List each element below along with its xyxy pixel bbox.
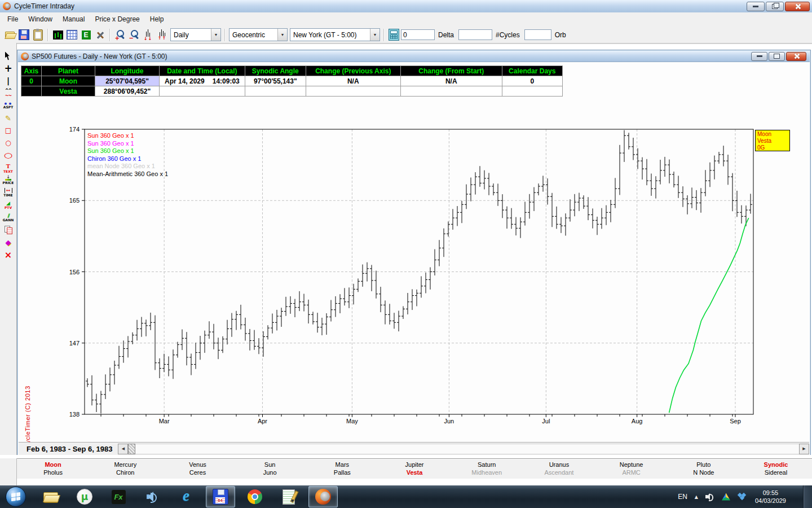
- planet-bottom-label[interactable]: Vesta: [378, 468, 451, 476]
- price-tool[interactable]: ↓ PRICE: [1, 174, 16, 186]
- chevron-down-icon[interactable]: ▼: [277, 29, 287, 41]
- synodic-cell[interactable]: [245, 86, 306, 97]
- calendar-days-cell[interactable]: [502, 86, 562, 97]
- tray-volume-icon[interactable]: [705, 493, 714, 501]
- ephemeris-button[interactable]: E: [79, 28, 93, 42]
- taskbar-notepad[interactable]: [275, 487, 303, 507]
- zoom-out-button[interactable]: −: [127, 28, 141, 42]
- planet-bottom-label[interactable]: ARMC: [595, 468, 668, 476]
- taskbar-explorer[interactable]: [37, 487, 65, 507]
- datetime-cell[interactable]: [160, 86, 245, 97]
- planet-bottom-label[interactable]: Sidereal: [740, 468, 812, 476]
- compress-bars-button[interactable]: ↓↓: [141, 28, 155, 42]
- planet-top-label[interactable]: Sun: [234, 461, 306, 468]
- planet-bottom-label[interactable]: N Node: [668, 468, 740, 476]
- planet-column[interactable]: MercuryChiron: [89, 459, 161, 479]
- taskbar-volume-app[interactable]: [138, 487, 166, 507]
- planet-column[interactable]: PlutoN Node: [668, 459, 740, 479]
- planet-top-label[interactable]: Moon: [17, 461, 89, 468]
- tray-expand-icon[interactable]: ▲: [695, 494, 698, 500]
- copy-tool[interactable]: [1, 224, 16, 236]
- menu-manual[interactable]: Manual: [58, 12, 90, 27]
- crosshair-tool[interactable]: +: [1, 62, 16, 75]
- tools-button[interactable]: [93, 28, 107, 42]
- app-icon[interactable]: [3, 2, 11, 10]
- taskbar-internet-explorer[interactable]: e: [172, 487, 200, 507]
- planet-bottom-label[interactable]: Ceres: [161, 468, 233, 476]
- scroll-left-button[interactable]: ◀: [118, 444, 128, 454]
- expand-bars-button[interactable]: ↑↑: [155, 28, 169, 42]
- taskbar-utorrent[interactable]: µ: [70, 487, 99, 507]
- circle-tool[interactable]: ○: [1, 137, 16, 149]
- change-start-cell[interactable]: N/A: [400, 76, 502, 86]
- menu-help[interactable]: Help: [145, 12, 169, 27]
- calendar-days-cell[interactable]: 0: [502, 76, 562, 86]
- axis-cell[interactable]: [21, 86, 42, 97]
- text-tool[interactable]: T TEXT: [1, 161, 16, 174]
- dropbox-icon[interactable]: [738, 493, 747, 501]
- longitude-cell-selected[interactable]: 25°07'04,595": [95, 76, 160, 86]
- planet-bottom-label[interactable]: Midheaven: [451, 468, 523, 476]
- scrollbar-thumb[interactable]: [128, 444, 135, 454]
- delta-input[interactable]: [401, 29, 435, 40]
- wave-tool[interactable]: ^^ ~~: [1, 87, 16, 99]
- planet-column[interactable]: JupiterVesta: [378, 459, 451, 479]
- cycles-input[interactable]: [458, 29, 492, 40]
- aspect-tool[interactable]: ● ● ASPT: [1, 99, 16, 112]
- planet-top-label[interactable]: Synodic: [740, 461, 812, 468]
- planet-bottom-label[interactable]: Pholus: [17, 468, 89, 476]
- planet-top-label[interactable]: Jupiter: [378, 461, 451, 468]
- chevron-down-icon[interactable]: ▼: [370, 29, 379, 41]
- axis-cell[interactable]: 0: [21, 76, 42, 86]
- chart-view-button[interactable]: [51, 28, 65, 42]
- menu-price-x-degree[interactable]: Price x Degree: [90, 12, 144, 27]
- planet-column[interactable]: SynodicSidereal: [740, 459, 812, 479]
- change-prev-cell[interactable]: N/A: [306, 76, 400, 86]
- scrollbar-track[interactable]: [135, 444, 799, 454]
- chart-minimize-button[interactable]: [751, 52, 767, 61]
- planet-top-label[interactable]: Mars: [306, 461, 378, 468]
- orb-input[interactable]: [524, 29, 551, 40]
- change-start-cell[interactable]: [400, 86, 502, 97]
- calculator-button[interactable]: [387, 28, 401, 42]
- planet-top-label[interactable]: Uranus: [523, 461, 595, 468]
- planet-column[interactable]: NeptuneARMC: [595, 459, 668, 479]
- chart-close-button[interactable]: [786, 52, 806, 61]
- planet-column[interactable]: MoonPholus: [17, 459, 89, 479]
- planet-bottom-label[interactable]: Chiron: [89, 468, 161, 476]
- planet-cell[interactable]: Moon: [42, 76, 95, 86]
- planet-column[interactable]: SunJuno: [234, 459, 306, 479]
- taskbar-clock[interactable]: 09:55 04/03/2029: [755, 485, 786, 508]
- delete-tool[interactable]: ×: [1, 248, 16, 261]
- planet-column[interactable]: VenusCeres: [161, 459, 233, 479]
- planet-top-label[interactable]: Saturn: [451, 461, 523, 468]
- chart-maximize-button[interactable]: [769, 52, 785, 61]
- show-desktop-button[interactable]: [803, 485, 812, 508]
- ephemeris-book-tool[interactable]: ◆: [1, 236, 16, 248]
- zoom-in-button[interactable]: +: [113, 28, 127, 42]
- planet-column[interactable]: SaturnMidheaven: [451, 459, 523, 479]
- chevron-down-icon[interactable]: ▼: [211, 29, 220, 41]
- planet-top-label[interactable]: Neptune: [595, 461, 668, 468]
- ellipse-tool[interactable]: ○: [1, 149, 16, 161]
- time-tool[interactable]: ↔ TIME: [1, 186, 16, 199]
- timezone-select[interactable]: New York (GT - 5:00) ▼: [290, 28, 380, 41]
- planet-top-label[interactable]: Mercury: [89, 461, 161, 468]
- start-button[interactable]: [6, 487, 26, 507]
- scroll-right-button[interactable]: ▶: [799, 444, 809, 454]
- change-prev-cell[interactable]: [306, 86, 400, 97]
- taskbar-cycletimer[interactable]: [308, 486, 338, 507]
- ptv-tool[interactable]: ◢ PTV: [1, 199, 16, 211]
- planet-column[interactable]: MarsPallas: [306, 459, 378, 479]
- pointer-tool[interactable]: [1, 50, 16, 62]
- synodic-cell[interactable]: 97°00'55,143": [245, 76, 306, 86]
- taskbar-fx-app[interactable]: Fx: [104, 487, 133, 507]
- vertical-line-tool[interactable]: |: [1, 75, 16, 87]
- gann-tool[interactable]: ∕∕ GANN: [1, 211, 16, 224]
- open-file-button[interactable]: [3, 28, 17, 42]
- annotation-box[interactable]: MoonVesta0G: [755, 130, 790, 151]
- close-button[interactable]: [785, 2, 810, 11]
- menu-window[interactable]: Window: [23, 12, 58, 27]
- planet-bottom-label[interactable]: Ascendant: [523, 468, 595, 476]
- planet-cell[interactable]: Vesta: [42, 86, 95, 97]
